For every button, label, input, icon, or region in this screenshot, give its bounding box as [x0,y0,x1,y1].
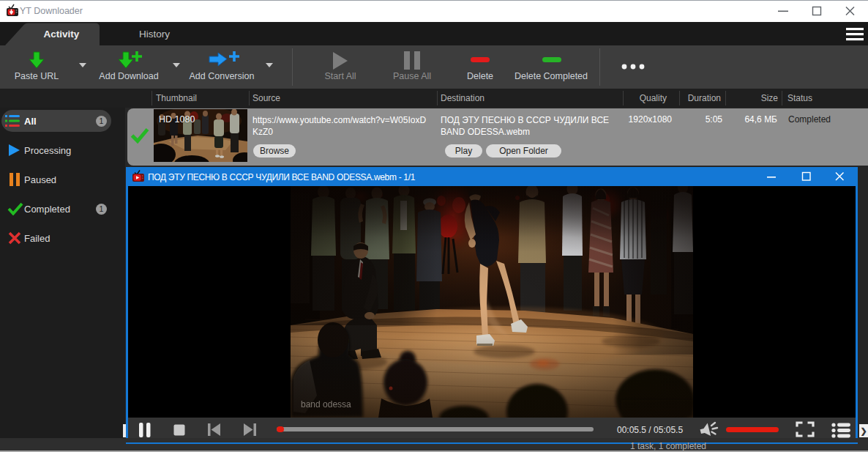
svg-text:band odessa: band odessa [301,399,351,410]
